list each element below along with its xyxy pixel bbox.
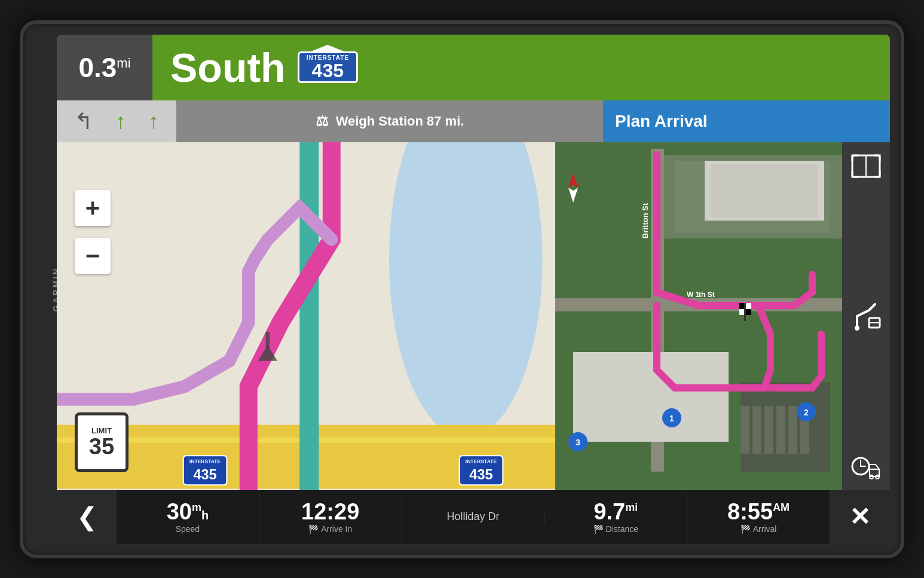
distance-label: 🏁 Distance xyxy=(593,524,638,534)
arrive-label: 🏁 Arrive In xyxy=(308,524,352,534)
close-button[interactable]: ✕ xyxy=(830,490,890,544)
distance-value: 0.3mi xyxy=(78,51,130,84)
back-button[interactable]: ❮ xyxy=(57,490,117,544)
right-map-svg: Britton St W 1 th St 1 2 3 xyxy=(555,142,842,490)
svg-rect-32 xyxy=(745,309,751,315)
back-icon: ❮ xyxy=(77,502,97,531)
second-row: ↰ ↑ ↑ ⚖ Weigh Station 87 mi. Plan Arriva… xyxy=(57,100,890,142)
svg-text:2: 2 xyxy=(804,408,809,417)
bottom-bar: ❮ 30mh Speed 12:29 🏁 Arrive In Holliday … xyxy=(57,490,890,544)
svg-text:1: 1 xyxy=(669,414,674,423)
svg-text:INTERSTATE: INTERSTATE xyxy=(189,458,221,464)
svg-text:3: 3 xyxy=(576,438,580,447)
map-view-button[interactable] xyxy=(848,148,884,184)
arrive-value: 12:29 xyxy=(301,500,359,523)
zoom-minus-icon: − xyxy=(85,241,100,270)
truck-timer-button[interactable] xyxy=(848,448,884,484)
flag-icon-arrive: 🏁 xyxy=(308,524,319,534)
speed-stat: 30mh Speed xyxy=(117,490,259,544)
top-nav-bar: 0.3mi South INTERSTATE 435 xyxy=(57,35,890,100)
flag-icon-distance: 🏁 xyxy=(593,524,604,534)
svg-rect-33 xyxy=(744,303,746,321)
arrive-stat: 12:29 🏁 Arrive In xyxy=(259,490,402,544)
distance-value: 9.7mi xyxy=(593,500,638,523)
garmin-device: GARMIN 0.3mi South INTERSTATE 435 ↰ xyxy=(20,20,904,558)
svg-rect-22 xyxy=(573,352,729,442)
right-sidebar xyxy=(842,142,890,490)
svg-rect-28 xyxy=(788,406,797,454)
close-icon: ✕ xyxy=(849,502,870,531)
zoom-plus-icon: + xyxy=(85,194,100,222)
direction-text: South xyxy=(170,44,286,91)
left-map[interactable]: INTERSTATE 435 INTERSTATE 435 + − LIMIT xyxy=(57,142,555,490)
weigh-station-icon: ⚖ xyxy=(316,113,329,130)
direction-box: South INTERSTATE 435 xyxy=(152,35,890,100)
svg-text:Britton St: Britton St xyxy=(641,203,650,238)
map-view-icon xyxy=(851,154,881,178)
svg-text:th St: th St xyxy=(699,290,715,299)
truck-timer-icon xyxy=(850,451,883,481)
distance-box: 0.3mi xyxy=(57,35,152,100)
svg-text:INTERSTATE: INTERSTATE xyxy=(466,458,497,464)
distance-stat: 9.7mi 🏁 Distance xyxy=(544,490,687,544)
interstate-number: 435 xyxy=(312,61,344,80)
svg-rect-5 xyxy=(299,142,319,490)
svg-text:435: 435 xyxy=(469,466,492,482)
svg-rect-24 xyxy=(741,406,749,454)
plan-arrival-panel[interactable]: Plan Arrival xyxy=(603,100,890,142)
route-icon xyxy=(851,301,881,331)
svg-rect-19 xyxy=(711,164,818,218)
left-map-svg: INTERSTATE 435 INTERSTATE 435 xyxy=(57,142,555,490)
svg-rect-26 xyxy=(764,406,773,454)
arrival-value: 8:55AM xyxy=(727,500,790,523)
flag-icon-arrival: 🏁 xyxy=(741,524,751,534)
svg-rect-25 xyxy=(752,406,761,454)
turn-up-icon-2: ↑ xyxy=(148,109,159,134)
plan-arrival-text: Plan Arrival xyxy=(615,112,708,131)
turn-up-icon-1: ↑ xyxy=(115,109,126,134)
weigh-station-text: Weigh Station 87 mi. xyxy=(336,114,464,129)
speed-label: Speed xyxy=(176,524,200,534)
screen: 0.3mi South INTERSTATE 435 ↰ ↑ ↑ ⚖ Wei xyxy=(57,35,890,544)
main-map-area: INTERSTATE 435 INTERSTATE 435 + − LIMIT xyxy=(57,142,890,490)
svg-rect-27 xyxy=(776,406,785,454)
route-button[interactable] xyxy=(848,298,884,334)
turn-left-icon: ↰ xyxy=(74,108,93,134)
svg-rect-7 xyxy=(266,332,270,348)
limit-value: 35 xyxy=(89,435,114,458)
svg-point-49 xyxy=(855,326,859,331)
speed-value: 30mh xyxy=(167,500,209,523)
weigh-station-notice: ⚖ Weigh Station 87 mi. xyxy=(176,100,603,142)
right-map[interactable]: Britton St W 1 th St 1 2 3 xyxy=(555,142,842,490)
zoom-minus-button[interactable]: − xyxy=(75,238,111,274)
street-name: Holliday Dr xyxy=(402,510,545,523)
speed-limit-sign: LIMIT 35 xyxy=(75,412,128,472)
svg-text:435: 435 xyxy=(193,466,216,482)
svg-text:W 1: W 1 xyxy=(687,290,700,299)
arrival-label: 🏁 Arrival xyxy=(741,524,777,534)
zoom-plus-button[interactable]: + xyxy=(75,190,111,226)
arrival-stat: 8:55AM 🏁 Arrival xyxy=(687,490,830,544)
svg-marker-54 xyxy=(870,464,879,469)
interstate-badge: INTERSTATE 435 xyxy=(298,51,358,83)
turn-icons: ↰ ↑ ↑ xyxy=(57,100,176,142)
